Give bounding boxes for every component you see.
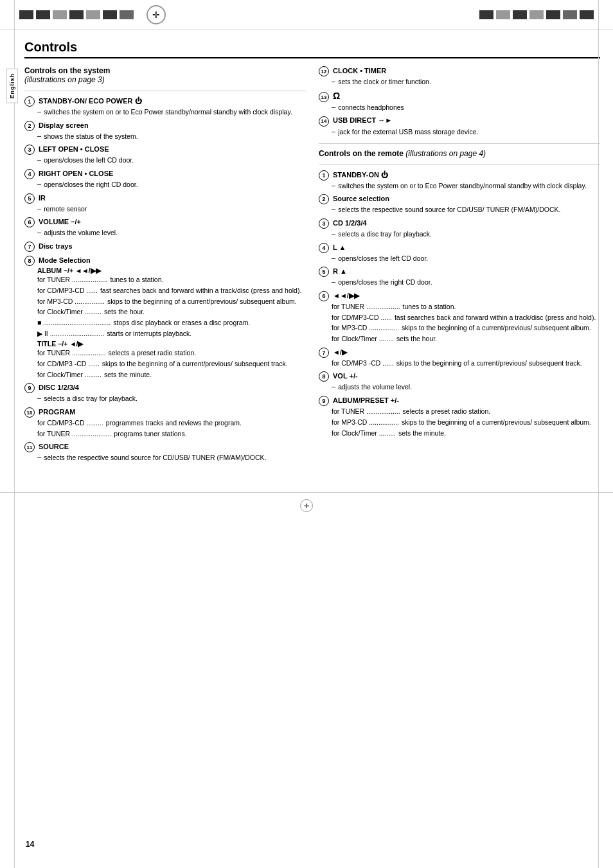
item-desc-right-open: – opens/closes the right CD door. [37, 180, 306, 190]
item-label-standby-system: STANDBY-ON/ ECO POWER ⏻ [39, 97, 142, 105]
bar-block-6 [103, 10, 117, 19]
remote-item-prev-next-header: 7 ◄/▶ [319, 348, 600, 358]
compass-icon-top: ✛ [147, 5, 166, 24]
remote-item-source: 2 Source selection – selects the respect… [319, 194, 600, 215]
remote-body-vol: – adjusts the volume level. [332, 382, 600, 392]
right-border [598, 0, 599, 868]
item-standby-system: 1 STANDBY-ON/ ECO POWER ⏻ – switches the… [24, 96, 306, 117]
title-row-tuner: for TUNER .................. selects a p… [37, 348, 306, 358]
item-num-7: 7 [24, 242, 35, 252]
item-clock-timer-header: 12 CLOCK • TIMER [319, 66, 600, 76]
item-usb-direct: 14 USB DIRECT ↔► – jack for the external… [319, 116, 600, 137]
item-clock-timer: 12 CLOCK • TIMER – sets the clock or tim… [319, 66, 600, 87]
bar-block-2 [36, 10, 50, 19]
item-num-2: 2 [24, 121, 35, 131]
item-body-usb-direct: – jack for the external USB mass storage… [332, 127, 600, 137]
remote-num-9: 9 [319, 396, 329, 406]
top-bar-left-blocks [19, 10, 134, 19]
remote-body-standby: – switches the system on or to Eco Power… [332, 181, 600, 191]
item-num-10: 10 [24, 407, 35, 418]
bar-block-r7 [580, 10, 594, 19]
remote-desc-source: – selects the respective sound source fo… [332, 205, 600, 215]
item-mode-selection: 8 Mode Selection ALBUM −/+ ◄◄/▶▶ for TUN… [24, 256, 306, 379]
item-label-clock-timer: CLOCK • TIMER [333, 67, 386, 75]
right-divider [319, 143, 600, 144]
remote-item-album-preset-header: 9 ALBUM/PRESET +/- [319, 396, 600, 406]
bar-block-r4 [529, 10, 544, 19]
remote-num-1: 1 [319, 170, 329, 181]
item-desc-volume: – adjusts the volume level. [37, 228, 306, 238]
remote-label-standby: STANDBY-ON ⏻ [333, 171, 388, 179]
item-desc-display: – shows the status of the system. [37, 132, 306, 141]
remote-desc-r-eject: – opens/closes the right CD door. [332, 278, 600, 287]
remote-skip-row-mp3: for MP3-CD ................ skips to the… [332, 323, 600, 333]
remote-skip-row-tuner: for TUNER .................. tunes to a … [332, 302, 600, 312]
remote-ap-row-tuner: for TUNER .................. selects a p… [332, 407, 600, 416]
item-body-volume: – adjusts the volume level. [37, 228, 306, 238]
remote-num-4: 4 [319, 243, 329, 253]
item-num-8: 8 [24, 256, 35, 266]
remote-label-cd: CD 1/2/3/4 [333, 219, 367, 227]
bottom-bar: ✛ [0, 492, 613, 518]
item-desc-clock-timer: – sets the clock or timer function. [332, 77, 600, 87]
left-section-title: Controls on the system (illustrations on… [24, 66, 306, 84]
item-num-11: 11 [24, 442, 35, 452]
item-body-right-open: – opens/closes the right CD door. [37, 180, 306, 190]
item-body-mode: ALBUM −/+ ◄◄/▶▶ for TUNER ..............… [37, 267, 306, 379]
remote-body-l-eject: – opens/closes the left CD door. [332, 254, 600, 263]
item-label-ir: IR [39, 194, 46, 202]
item-label-right-open: RIGHT OPEN • CLOSE [39, 170, 113, 177]
item-ir: 5 IR – remote sensor [24, 193, 306, 214]
item-volume: 6 VOLUME −/+ – adjusts the volume level. [24, 217, 306, 238]
item-display-header: 2 Display screen [24, 121, 306, 131]
remote-num-3: 3 [319, 218, 329, 229]
item-label-usb-direct: USB DIRECT ↔► [333, 116, 392, 124]
bar-block-7 [120, 10, 134, 19]
item-num-9: 9 [24, 383, 35, 393]
item-desc-standby-system: – switches the system on or to Eco Power… [37, 107, 306, 117]
album-row-cdmp3: for CD/MP3-CD ...... fast searches back … [37, 286, 306, 296]
item-right-open-header: 4 RIGHT OPEN • CLOSE [24, 169, 306, 179]
left-divider [24, 91, 306, 91]
sub-item-album: ALBUM −/+ ◄◄/▶▶ for TUNER ..............… [37, 267, 306, 338]
item-num-12: 12 [319, 66, 329, 76]
item-disc-1234-header: 9 DISC 1/2/3/4 [24, 383, 306, 393]
item-disc-trays: 7 Disc trays [24, 242, 306, 252]
remote-label-source: Source selection [333, 195, 389, 202]
item-num-3: 3 [24, 145, 35, 155]
remote-prev-next-row-cdmp3: for CD/MP3 -CD ...... skips to the begin… [332, 359, 600, 368]
top-bar: ✛ [0, 0, 613, 30]
item-label-mode: Mode Selection [39, 256, 91, 264]
remote-item-skip: 6 ◄◄/▶▶ for TUNER .................. tun… [319, 291, 600, 344]
remote-body-r-eject: – opens/closes the right CD door. [332, 278, 600, 287]
page-number: 14 [26, 840, 34, 849]
item-headphones: 13 Ω – connects headphones [319, 91, 600, 112]
two-column-layout: Controls on the system (illustrations on… [24, 66, 600, 466]
main-content: Controls Controls on the system (illustr… [18, 30, 613, 479]
sub-label-album: ALBUM −/+ ◄◄/▶▶ [37, 267, 306, 274]
item-ir-header: 5 IR [24, 193, 306, 204]
item-body-standby-system: – switches the system on or to Eco Power… [37, 107, 306, 117]
compass-icon-bottom: ✛ [300, 499, 313, 512]
remote-item-album-preset: 9 ALBUM/PRESET +/- for TUNER ...........… [319, 396, 600, 438]
item-desc-source: – selects the respective sound source fo… [37, 453, 306, 463]
page-title: Controls [24, 40, 600, 58]
top-bar-right-blocks [479, 10, 594, 19]
item-body-disc-1234: – selects a disc tray for playback. [37, 394, 306, 403]
remote-label-l-eject: L ▲ [333, 244, 346, 251]
item-body-display: – shows the status of the system. [37, 132, 306, 141]
remote-label-r-eject: R ▲ [333, 267, 347, 275]
right-column: 12 CLOCK • TIMER – sets the clock or tim… [319, 66, 600, 466]
remote-item-skip-header: 6 ◄◄/▶▶ [319, 291, 600, 301]
item-body-source: – selects the respective sound source fo… [37, 453, 306, 463]
remote-item-source-header: 2 Source selection [319, 194, 600, 204]
remote-item-vol: 8 VOL +/- – adjusts the volume level. [319, 371, 600, 392]
bar-block-4 [69, 10, 84, 19]
item-label-display: Display screen [39, 121, 89, 129]
album-row-stop: ■ .................................... s… [37, 318, 306, 328]
remote-item-r-eject: 5 R ▲ – opens/closes the right CD door. [319, 267, 600, 287]
item-headphones-header: 13 Ω [319, 91, 600, 103]
title-row-clock: for Clock/Timer ......... sets the minut… [37, 370, 306, 380]
bar-block-r2 [496, 10, 510, 19]
remote-item-prev-next: 7 ◄/▶ for CD/MP3 -CD ...... skips to the… [319, 348, 600, 368]
